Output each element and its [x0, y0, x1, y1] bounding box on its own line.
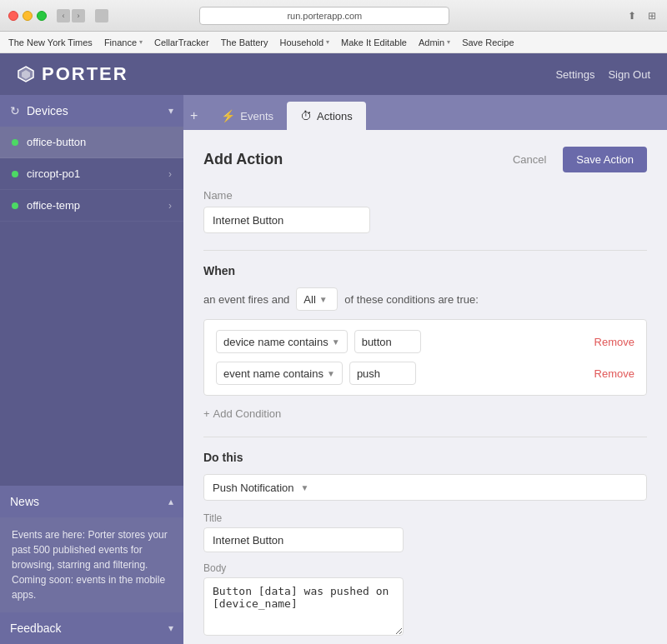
tab-events-label: Events: [240, 110, 273, 122]
device-item[interactable]: circopt-po1 ›: [0, 158, 183, 190]
caret-down-icon: ▼: [301, 483, 309, 492]
add-tab-button[interactable]: +: [183, 108, 204, 123]
name-section: Name: [203, 189, 647, 233]
caret-down-icon: ▼: [327, 369, 335, 378]
chevron-right-icon: ›: [168, 200, 172, 212]
tab-expand[interactable]: [95, 9, 108, 22]
bookmark-battery-label: The Battery: [221, 37, 268, 47]
device-status-dot: [12, 171, 18, 177]
news-title: News: [10, 495, 168, 508]
all-select-value: All: [303, 293, 315, 306]
feedback-chevron-icon: ▾: [168, 622, 173, 634]
action-form-title: Add Action: [203, 151, 283, 168]
news-header[interactable]: News ▴: [0, 486, 183, 517]
sidebar: ↻ Devices ▾ office-button circopt-po1 › …: [0, 95, 183, 644]
url-bar[interactable]: run.porterapp.com: [199, 7, 449, 25]
condition-row: event name contains ▼ Remove: [216, 362, 634, 385]
when-title: When: [203, 264, 647, 277]
save-action-button[interactable]: Save Action: [563, 147, 647, 172]
body-field-textarea[interactable]: Button [data] was pushed on [device_name…: [203, 577, 404, 636]
device-item[interactable]: office-temp ›: [0, 190, 183, 222]
tab-events[interactable]: ⚡ Events: [208, 102, 287, 130]
devices-section-title: Devices: [27, 104, 168, 117]
signout-link[interactable]: Sign Out: [608, 68, 650, 81]
device-item-label: circopt-po1: [27, 167, 168, 180]
name-input[interactable]: [203, 207, 370, 233]
chevron-right-icon: ›: [168, 168, 172, 180]
plus-icon: +: [203, 407, 210, 420]
divider: [203, 250, 647, 251]
do-this-title: Do this: [203, 451, 647, 464]
url-text: run.porterapp.com: [287, 11, 362, 21]
lightning-icon: ⚡: [221, 109, 235, 122]
settings-link[interactable]: Settings: [555, 68, 594, 81]
bookmark-battery[interactable]: The Battery: [221, 37, 268, 47]
maximize-button[interactable]: [37, 11, 47, 21]
share-icon[interactable]: ⬆: [625, 9, 639, 22]
when-row: an event fires and All ▼ of these condit…: [203, 287, 647, 311]
minimize-button[interactable]: [23, 11, 33, 21]
device-item[interactable]: office-button: [0, 127, 183, 158]
forward-button[interactable]: ›: [72, 9, 85, 22]
when-suffix-text: of these conditions are true:: [344, 293, 478, 306]
condition-filter-label: device name contains: [223, 336, 328, 348]
clock-icon: ⏱: [300, 109, 312, 122]
bookmark-nyt-label: The New York Times: [8, 37, 93, 47]
refresh-icon: ↻: [10, 104, 20, 117]
tab-bar: + ⚡ Events ⏱ Actions: [183, 95, 667, 130]
action-form-header: Add Action Cancel Save Action: [203, 147, 647, 172]
news-body: Events are here: Porter stores your past…: [0, 517, 183, 612]
divider: [203, 437, 647, 437]
name-label: Name: [203, 189, 647, 202]
add-condition-button[interactable]: + Add Condition: [203, 404, 281, 423]
bookmark-recipe[interactable]: Save Recipe: [462, 37, 514, 47]
new-tab-icon[interactable]: ⊞: [645, 9, 659, 22]
bookmark-cellar[interactable]: CellarTracker: [154, 37, 209, 47]
device-status-dot: [12, 139, 18, 146]
devices-section-header[interactable]: ↻ Devices ▾: [0, 95, 183, 127]
action-type-select[interactable]: Push Notification ▼: [203, 474, 647, 501]
title-field-input[interactable]: [203, 527, 404, 552]
bookmark-finance[interactable]: Finance ▾: [104, 37, 143, 47]
action-type-label: Push Notification: [213, 482, 294, 494]
chevron-down-icon: ▾: [326, 38, 329, 46]
back-button[interactable]: ‹: [57, 9, 70, 22]
remove-condition-button[interactable]: Remove: [594, 336, 634, 348]
bookmark-nyt[interactable]: The New York Times: [8, 37, 93, 47]
feedback-section[interactable]: Feedback ▾: [0, 612, 183, 644]
bookmarks-bar: The New York Times Finance ▾ CellarTrack…: [0, 32, 667, 53]
condition-value-input[interactable]: [354, 330, 421, 353]
news-chevron-icon: ▴: [168, 496, 173, 507]
condition-filter-label: event name contains: [223, 367, 323, 380]
devices-chevron-icon: ▾: [168, 105, 173, 117]
traffic-lights: [8, 11, 47, 21]
when-section: When an event fires and All ▼ of these c…: [203, 264, 647, 423]
condition-filter-select[interactable]: event name contains ▼: [216, 362, 343, 385]
bookmark-household[interactable]: Household ▾: [279, 37, 329, 47]
close-button[interactable]: [8, 11, 18, 21]
remove-condition-button[interactable]: Remove: [594, 367, 634, 380]
body-field-label: Body: [203, 562, 647, 574]
conditions-box: device name contains ▼ Remove event name…: [203, 319, 647, 396]
bookmark-admin[interactable]: Admin ▾: [419, 37, 450, 47]
action-form: Add Action Cancel Save Action Name When: [183, 130, 667, 644]
header-buttons: Cancel Save Action: [504, 147, 647, 172]
all-select[interactable]: All ▼: [296, 287, 338, 311]
caret-down-icon: ▼: [319, 295, 328, 304]
condition-filter-select[interactable]: device name contains ▼: [216, 330, 348, 353]
titlebar: ‹ › run.porterapp.com ⬆ ⊞: [0, 0, 667, 32]
right-content: + ⚡ Events ⏱ Actions Add Action Cancel: [183, 95, 667, 644]
condition-value-input[interactable]: [349, 362, 416, 385]
main-content: ↻ Devices ▾ office-button circopt-po1 › …: [0, 95, 667, 644]
titlebar-icons: ⬆ ⊞: [625, 9, 659, 22]
tab-actions[interactable]: ⏱ Actions: [287, 102, 366, 130]
device-item-label: office-temp: [27, 199, 168, 212]
bookmark-editable[interactable]: Make It Editable: [341, 37, 407, 47]
bookmark-editable-label: Make It Editable: [341, 37, 407, 47]
cancel-button[interactable]: Cancel: [504, 148, 554, 171]
condition-row: device name contains ▼ Remove: [216, 330, 634, 353]
feedback-title: Feedback: [10, 622, 168, 635]
header-actions: Settings Sign Out: [555, 68, 650, 81]
logo-text: PORTER: [42, 63, 128, 85]
news-section: News ▴ Events are here: Porter stores yo…: [0, 486, 183, 612]
